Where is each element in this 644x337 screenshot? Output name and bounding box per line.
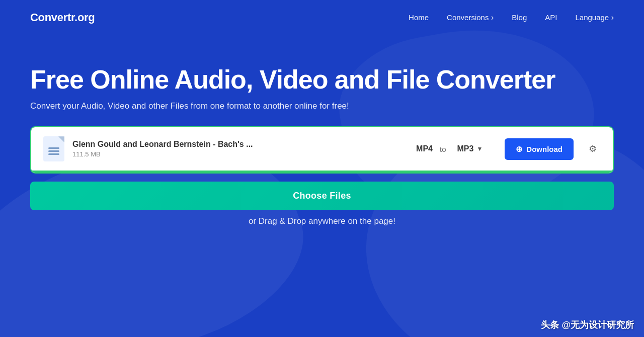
file-info: Glenn Gould and Leonard Bernstein - Bach… [72, 140, 408, 158]
nav-link-language[interactable]: Language [575, 13, 614, 22]
nav-link-blog[interactable]: Blog [512, 13, 527, 22]
converter-card: Glenn Gould and Leonard Bernstein - Bach… [30, 126, 614, 174]
drag-drop-text: or Drag & Drop anywhere on the page! [30, 216, 614, 226]
download-label: Download [526, 145, 562, 153]
logo[interactable]: Convertr.org [30, 11, 95, 24]
format-from: MP4 [416, 144, 433, 153]
dropdown-arrow-icon: ▼ [476, 145, 482, 152]
file-icon-line-1 [48, 147, 59, 149]
hero-subheading: Convert your Audio, Video and other File… [30, 101, 614, 111]
file-name: Glenn Gould and Leonard Bernstein - Bach… [72, 140, 408, 149]
nav-item-api[interactable]: API [545, 13, 557, 22]
format-section: MP4 to MP3 ▼ [416, 142, 487, 155]
nav-links: Home Conversions Blog API Language [409, 13, 614, 22]
file-icon [43, 136, 64, 161]
choose-files-button[interactable]: Choose Files [30, 182, 614, 210]
nav-link-conversions[interactable]: Conversions [447, 13, 494, 22]
file-row: Glenn Gould and Leonard Bernstein - Bach… [31, 127, 613, 171]
format-to-dropdown[interactable]: MP3 ▼ [453, 142, 487, 155]
hero-section: Free Online Audio, Video and File Conver… [0, 35, 644, 226]
nav-item-home[interactable]: Home [409, 13, 429, 22]
file-size: 111.5 MB [72, 150, 408, 158]
navigation: Convertr.org Home Conversions Blog API L… [0, 0, 644, 35]
nav-item-conversions[interactable]: Conversions [447, 13, 494, 22]
download-button[interactable]: ⊕ Download [505, 138, 574, 160]
nav-link-api[interactable]: API [545, 13, 557, 22]
file-icon-line-2 [48, 150, 59, 152]
settings-button[interactable]: ⚙ [585, 139, 601, 158]
gear-icon: ⚙ [589, 144, 597, 154]
progress-bar [31, 171, 613, 173]
format-to-value: MP3 [457, 144, 474, 153]
download-icon: ⊕ [516, 144, 522, 154]
format-to-label: to [440, 145, 446, 153]
file-icon-lines [48, 147, 59, 155]
nav-item-blog[interactable]: Blog [512, 13, 527, 22]
nav-item-language[interactable]: Language [575, 13, 614, 22]
watermark: 头条 @无为设计研究所 [541, 319, 634, 331]
file-icon-line-3 [48, 153, 59, 155]
hero-heading: Free Online Audio, Video and File Conver… [30, 65, 614, 94]
nav-link-home[interactable]: Home [409, 13, 429, 22]
